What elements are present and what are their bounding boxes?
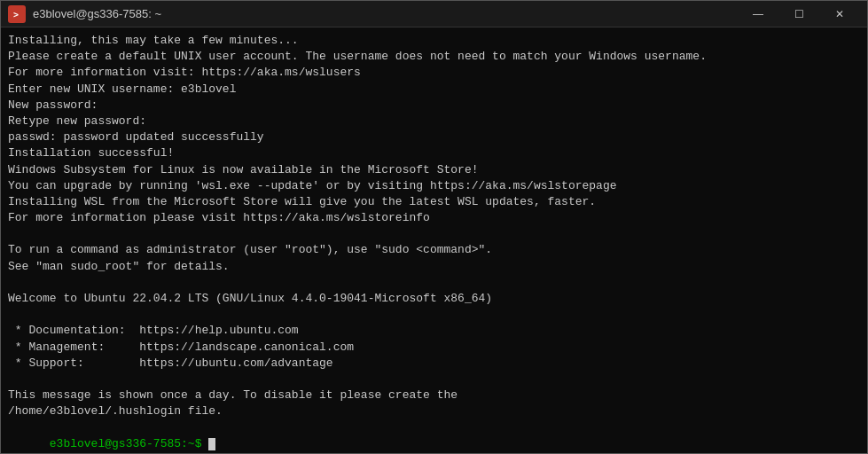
svg-text:>: > xyxy=(13,10,19,20)
terminal-line: Windows Subsystem for Linux is now avail… xyxy=(8,162,860,178)
titlebar: > e3blovel@gs336-7585: ~ — ☐ ✕ xyxy=(1,1,867,27)
terminal-line: You can upgrade by running 'wsl.exe --up… xyxy=(8,178,860,194)
terminal-line: Installation successful! xyxy=(8,145,860,161)
terminal-line: Installing, this may take a few minutes.… xyxy=(8,33,860,49)
terminal-line: For more information visit: https://aka.… xyxy=(8,65,860,81)
terminal-line: /home/e3blovel/.hushlogin file. xyxy=(8,403,860,419)
terminal-line: See "man sudo_root" for details. xyxy=(8,259,860,275)
terminal-prompt-line: e3blovel@gs336-7585:~$ xyxy=(8,420,860,454)
cursor xyxy=(208,438,215,450)
blank-line xyxy=(8,226,860,242)
terminal-line: Installing WSL from the Microsoft Store … xyxy=(8,194,860,210)
terminal-body[interactable]: Installing, this may take a few minutes.… xyxy=(1,27,867,453)
close-button[interactable]: ✕ xyxy=(819,1,860,27)
terminal-line: Welcome to Ubuntu 22.04.2 LTS (GNU/Linux… xyxy=(8,291,860,307)
terminal-line: New password: xyxy=(8,98,860,114)
blank-line xyxy=(8,307,860,323)
terminal-line: passwd: password updated successfully xyxy=(8,129,860,145)
terminal-line: Please create a default UNIX user accoun… xyxy=(8,49,860,65)
window-controls: — ☐ ✕ xyxy=(738,1,860,27)
terminal-line: Retype new password: xyxy=(8,114,860,129)
minimize-button[interactable]: — xyxy=(738,1,778,27)
terminal-line: To run a command as administrator (user … xyxy=(8,242,860,258)
terminal-line: For more information please visit https:… xyxy=(8,210,860,226)
maximize-button[interactable]: ☐ xyxy=(778,1,819,27)
prompt-text: e3blovel@gs336-7585:~$ xyxy=(50,437,208,450)
window-title: e3blovel@gs336-7585: ~ xyxy=(33,7,738,20)
terminal-line: Enter new UNIX username: e3blovel xyxy=(8,82,860,98)
terminal-line: * Management: https://landscape.canonica… xyxy=(8,340,860,356)
app-icon: > xyxy=(8,5,26,23)
terminal-line: * Support: https://ubuntu.com/advantage xyxy=(8,356,860,372)
terminal-window: > e3blovel@gs336-7585: ~ — ☐ ✕ Installin… xyxy=(0,0,868,454)
terminal-line: * Documentation: https://help.ubuntu.com xyxy=(8,323,860,339)
terminal-line: This message is shown once a day. To dis… xyxy=(8,387,860,403)
blank-line xyxy=(8,275,860,291)
blank-line xyxy=(8,372,860,387)
